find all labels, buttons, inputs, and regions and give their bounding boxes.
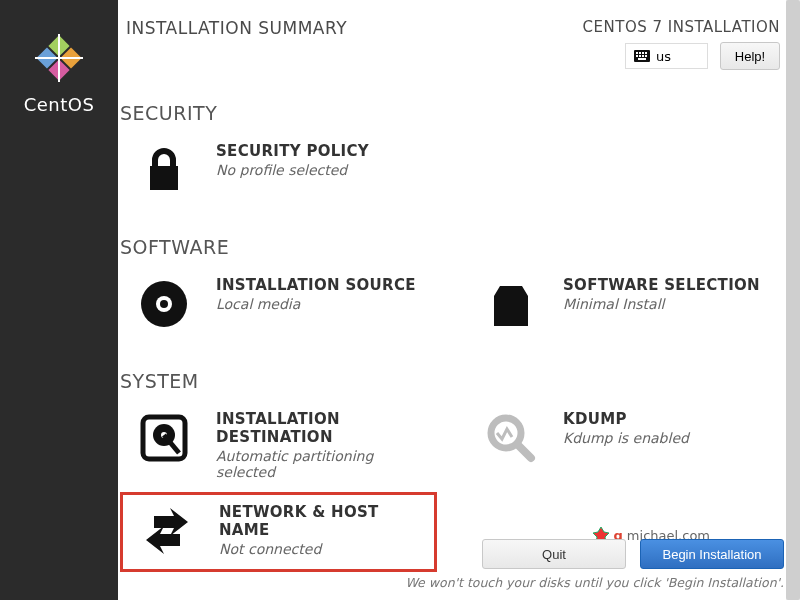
spoke-kdump[interactable]: KDUMP Kdump is enabled	[467, 402, 784, 490]
spoke-status: Minimal Install	[563, 296, 760, 312]
main-panel: INSTALLATION SUMMARY CENTOS 7 INSTALLATI…	[118, 0, 800, 600]
svg-point-18	[160, 300, 168, 308]
footer: Quit Begin Installation We won't touch y…	[118, 531, 800, 600]
spoke-title: INSTALLATION DESTINATION	[216, 410, 429, 446]
sidebar: CentOS	[0, 0, 118, 600]
keyboard-layout-selector[interactable]: us	[625, 43, 708, 69]
spoke-status: Kdump is enabled	[563, 430, 689, 446]
scrollbar[interactable]	[786, 0, 800, 600]
harddisk-icon	[136, 410, 192, 466]
svg-rect-14	[645, 55, 647, 57]
centos-logo-icon	[31, 30, 87, 90]
lock-icon	[136, 142, 192, 198]
spoke-installation-source[interactable]: INSTALLATION SOURCE Local media	[120, 268, 437, 342]
topbar: INSTALLATION SUMMARY CENTOS 7 INSTALLATI…	[118, 0, 800, 76]
magnifier-icon	[483, 410, 539, 466]
spoke-title: INSTALLATION SOURCE	[216, 276, 416, 294]
spoke-status: No profile selected	[216, 162, 369, 178]
spoke-software-selection[interactable]: SOFTWARE SELECTION Minimal Install	[467, 268, 784, 342]
spoke-title: SOFTWARE SELECTION	[563, 276, 760, 294]
footer-hint: We won't touch your disks until you clic…	[118, 575, 784, 590]
svg-rect-11	[636, 55, 638, 57]
brand-text: CentOS	[24, 94, 95, 115]
spoke-installation-destination[interactable]: INSTALLATION DESTINATION Automatic parti…	[120, 402, 437, 490]
page-title: INSTALLATION SUMMARY	[126, 18, 347, 70]
section-heading-system: SYSTEM	[120, 370, 784, 392]
package-icon	[483, 276, 539, 332]
svg-rect-10	[645, 52, 647, 54]
spoke-status: Local media	[216, 296, 416, 312]
spoke-title: SECURITY POLICY	[216, 142, 369, 160]
spoke-status: Automatic partitioning selected	[216, 448, 429, 480]
keyboard-layout-label: us	[656, 49, 671, 64]
svg-rect-8	[639, 52, 641, 54]
spoke-title: KDUMP	[563, 410, 689, 428]
keyboard-icon	[634, 50, 650, 62]
svg-rect-15	[638, 58, 646, 60]
quit-button[interactable]: Quit	[482, 539, 626, 569]
installer-name: CENTOS 7 INSTALLATION	[583, 18, 780, 36]
svg-rect-12	[639, 55, 641, 57]
svg-rect-7	[636, 52, 638, 54]
section-heading-software: SOFTWARE	[120, 236, 784, 258]
spoke-security-policy[interactable]: SECURITY POLICY No profile selected	[120, 134, 437, 208]
help-button[interactable]: Help!	[720, 42, 780, 70]
content: SECURITY SECURITY POLICY No profile sele…	[118, 76, 800, 572]
svg-rect-13	[642, 55, 644, 57]
disc-icon	[136, 276, 192, 332]
svg-line-23	[517, 444, 531, 458]
section-heading-security: SECURITY	[120, 102, 784, 124]
begin-installation-button[interactable]: Begin Installation	[640, 539, 784, 569]
svg-rect-9	[642, 52, 644, 54]
